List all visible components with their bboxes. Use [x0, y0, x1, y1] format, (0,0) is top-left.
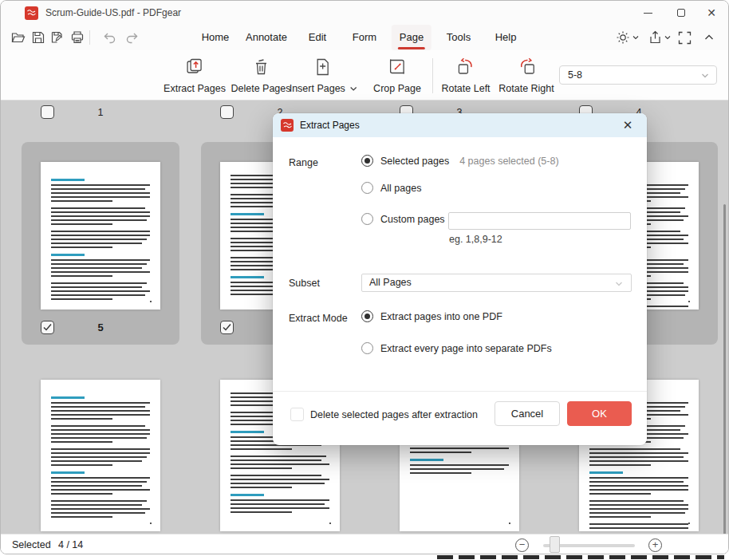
tab-page[interactable]: Page	[392, 25, 431, 50]
minimize-button[interactable]	[634, 1, 661, 25]
extract-pages-label: Extract Pages	[164, 83, 226, 94]
insert-pages-label: Insert Pages	[290, 83, 357, 94]
tab-help[interactable]: Help	[487, 25, 525, 50]
page-number: 1	[22, 105, 179, 120]
pdfgear-logo-icon	[25, 6, 38, 20]
delete-pages-button[interactable]: Delete Pages	[231, 55, 290, 94]
radio-unselected-icon	[361, 342, 373, 354]
ribbon-divider	[432, 58, 433, 93]
radio-one-pdf[interactable]: Extract pages into one PDF	[361, 310, 502, 322]
rotate-left-button[interactable]: Rotate Left	[441, 55, 490, 94]
radio-unselected-icon	[361, 213, 373, 225]
screen: Scrum-Guide-US.pdf - PDFgear ✕	[0, 0, 729, 560]
save-as-icon[interactable]	[49, 30, 65, 45]
close-button[interactable]: ✕	[698, 1, 725, 25]
maximize-button[interactable]	[668, 1, 695, 25]
thumb-heading-line	[51, 396, 85, 399]
undo-icon[interactable]	[101, 30, 117, 45]
page-thumbnail[interactable]	[41, 162, 160, 310]
redo-icon[interactable]	[124, 30, 140, 45]
pdfgear-window: Scrum-Guide-US.pdf - PDFgear ✕	[0, 0, 729, 554]
crop-page-icon	[373, 55, 421, 77]
extract-pages-button[interactable]: Extract Pages	[164, 55, 226, 94]
radio-selected-icon	[361, 155, 373, 167]
toolbar-divider	[89, 30, 90, 45]
cancel-button[interactable]: Cancel	[495, 401, 560, 426]
thumb-heading-line	[231, 276, 264, 278]
rotate-right-icon	[498, 55, 554, 77]
radio-selected-icon	[361, 310, 373, 322]
print-icon[interactable]	[69, 30, 85, 45]
radio-all-pages[interactable]: All pages	[361, 182, 421, 194]
zoom-out-button[interactable]: −	[515, 538, 529, 552]
subset-label: Subset	[289, 278, 320, 289]
thumb-heading-line	[410, 459, 443, 461]
selected-label: Selected	[12, 539, 51, 550]
zoom-in-button[interactable]: +	[648, 538, 662, 552]
vertical-scrollbar[interactable]	[723, 204, 726, 534]
radio-custom-pages[interactable]: Custom pages	[361, 213, 445, 225]
dialog-close-icon[interactable]: ✕	[615, 113, 640, 137]
radio-unselected-icon	[361, 182, 373, 194]
delete-after-label: Delete selected pages after extraction	[310, 409, 478, 420]
page-range-value: 5-8	[568, 69, 582, 81]
window-title: Scrum-Guide-US.pdf - PDFgear	[45, 7, 181, 18]
thumbnail-cell-label: 5	[22, 321, 179, 335]
collapse-ribbon-icon[interactable]	[703, 30, 715, 45]
thumb-heading-line	[231, 213, 264, 215]
rotate-left-label: Rotate Left	[441, 83, 490, 94]
tab-annotate[interactable]: Annotate	[238, 25, 295, 50]
tab-home[interactable]: Home	[194, 25, 238, 50]
chevron-down-icon	[615, 281, 623, 287]
selected-count: 4 / 14	[58, 539, 83, 550]
page-thumbnail[interactable]	[41, 380, 160, 531]
dialog-header: Extract Pages ✕	[273, 113, 647, 137]
title-bar: Scrum-Guide-US.pdf - PDFgear ✕	[1, 1, 728, 25]
range-label: Range	[289, 157, 318, 168]
background-window-text	[437, 555, 724, 559]
thumb-heading-line	[589, 471, 623, 474]
chevron-down-icon	[701, 73, 709, 79]
delete-after-checkbox[interactable]	[290, 408, 304, 421]
page-range-combobox[interactable]: 5-8	[559, 65, 717, 85]
share-icon[interactable]	[648, 30, 671, 45]
radio-separate-pdfs[interactable]: Extract every page into separate PDFs	[361, 342, 552, 354]
thumbnail-selected-card[interactable]: 5	[22, 142, 179, 345]
custom-pages-hint: eg. 1,8,9-12	[449, 234, 502, 245]
extract-pages-dialog: Extract Pages ✕ Range Selected pages 4 p…	[273, 113, 647, 445]
save-icon[interactable]	[30, 30, 46, 45]
crop-page-button[interactable]: Crop Page	[373, 55, 421, 94]
subset-select[interactable]: All Pages	[361, 274, 632, 292]
dialog-title: Extract Pages	[300, 120, 360, 131]
thumbnail-cell-label: 1	[22, 105, 179, 120]
custom-pages-input[interactable]	[448, 212, 631, 230]
delete-pages-label: Delete Pages	[231, 83, 290, 94]
insert-pages-button[interactable]: Insert Pages	[290, 55, 357, 94]
ok-button[interactable]: OK	[567, 401, 632, 426]
selected-pages-info: 4 pages selected (5-8)	[459, 156, 558, 167]
zoom-slider-handle[interactable]	[550, 536, 560, 553]
tab-tools[interactable]: Tools	[439, 25, 479, 50]
insert-pages-icon	[290, 55, 357, 77]
fullscreen-icon[interactable]	[678, 30, 692, 45]
delete-pages-icon	[231, 55, 290, 77]
page-number: 5	[22, 321, 179, 335]
open-file-icon[interactable]	[10, 30, 26, 45]
tab-form[interactable]: Form	[345, 25, 384, 50]
thumb-heading-line	[231, 494, 264, 496]
dialog-divider	[273, 391, 647, 392]
thumb-heading-line	[51, 471, 85, 474]
thumb-heading-line	[51, 254, 85, 256]
theme-sun-icon[interactable]	[616, 30, 639, 45]
rotate-left-icon	[441, 55, 490, 77]
rotate-right-button[interactable]: Rotate Right	[498, 55, 554, 94]
radio-selected-pages[interactable]: Selected pages 4 pages selected (5-8)	[361, 155, 559, 167]
thumb-heading-line	[51, 179, 85, 181]
extract-pages-icon	[164, 55, 226, 77]
extract-mode-label: Extract Mode	[289, 313, 348, 324]
crop-page-label: Crop Page	[373, 83, 421, 94]
tab-edit[interactable]: Edit	[301, 25, 334, 50]
pdfgear-logo-icon	[281, 119, 294, 132]
menu-row: Home Annotate Edit Form Page Tools Help	[1, 25, 728, 50]
ribbon: Extract Pages Delete Pages Insert Pages …	[1, 50, 728, 101]
